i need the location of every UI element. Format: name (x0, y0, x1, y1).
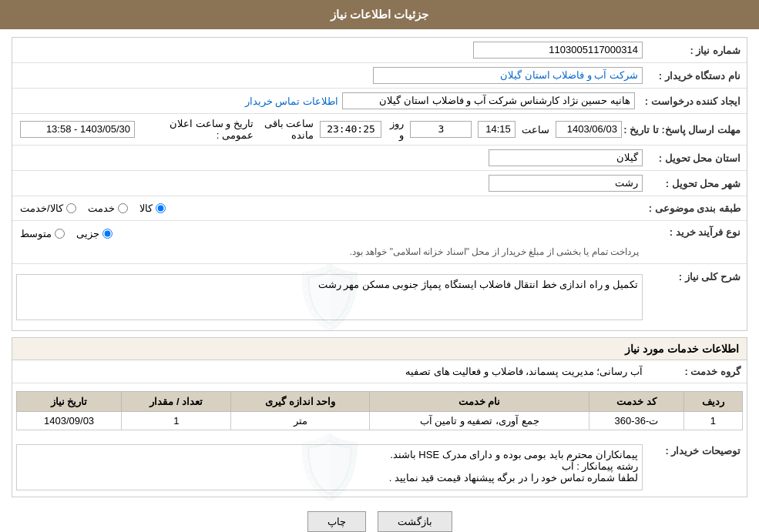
sharh-niaz-area: 🛡️ تکمیل و راه اندازی خط انتقال فاضلاب ا… (16, 274, 643, 320)
service-section: اطلاعات خدمات مورد نیاز گروه خدمت : آب ر… (12, 337, 747, 497)
input-shahr-tahvil: رشت (489, 175, 643, 192)
row-nam-dastgah: نام دستگاه خریدار : شرکت آب و فاضلاب است… (12, 63, 747, 89)
label-gorooh-khadamat: گروه خدمت : (646, 363, 747, 380)
radio-input-kala[interactable] (156, 203, 166, 213)
table-row: 1 ت-36-360 جمع آوری، تصفیه و تامین آب مت… (17, 412, 743, 430)
radio-group-farayand: متوسط جزیی (16, 226, 643, 242)
cell-radif: 1 (683, 412, 742, 430)
form-section: شماره نیاز : 1103005117000314 نام دستگاه… (12, 37, 747, 331)
page-title: جزئیات اطلاعات نیاز (331, 8, 428, 21)
row-farayand: نوع فرآیند خرید : متوسط جزیی پرداخت تمام… (12, 221, 747, 264)
col-name: نام خدمت (369, 392, 589, 412)
radio-jozvi: جزیی (76, 228, 113, 239)
table-header-row: ردیف کد خدمت نام خدمت واحد اندازه گیری ت… (17, 392, 743, 412)
col-date: تاریخ نیاز (17, 392, 122, 412)
input-mohlat-date: 1403/06/03 (556, 121, 622, 138)
label-shomara-niaz: شماره نیاز : (646, 42, 747, 59)
row-gorooh-khadamat: گروه خدمت : آب رسانی؛ مدیریت پسماند، فاض… (12, 360, 747, 383)
service-section-title: اطلاعات خدمات مورد نیاز (12, 338, 747, 360)
tarikhe-elan-label: تاریخ و ساعت اعلان عمومی : (139, 118, 254, 141)
countdown-days: 3 (410, 121, 472, 138)
value-nam-dastgah: شرکت آب و فاضلاب استان گیلان (12, 65, 646, 85)
main-content: شماره نیاز : 1103005117000314 نام دستگاه… (0, 29, 759, 532)
countdown-time: 23:40:25 (320, 121, 381, 138)
value-shomara-niaz: 1103005117000314 (12, 40, 646, 60)
roz-va-label: روز و (388, 118, 404, 141)
radio-khadamat: خدمت (88, 202, 128, 214)
page-container: جزئیات اطلاعات نیاز شماره نیاز : 1103005… (0, 0, 759, 532)
saat-label: ساعت (522, 124, 549, 136)
radio-input-jozvi[interactable] (102, 229, 113, 239)
label-ostan-tahvil: استان محل تحویل : (646, 150, 747, 166)
col-unit: واحد اندازه گیری (231, 392, 369, 412)
tarikhe-elan-group: تاریخ و ساعت اعلان عمومی : 1403/05/30 - … (12, 118, 254, 141)
back-button[interactable]: بازگشت (378, 511, 452, 532)
watermark-icon: 🛡️ (291, 261, 368, 333)
label-farayand: نوع فرآیند خرید : (646, 224, 747, 240)
col-radif: ردیف (683, 392, 742, 412)
value-ijad-konande: هانیه حسین نژاد کارشناس شرکت آب و فاضلاب… (12, 91, 639, 111)
cell-name: جمع آوری، تصفیه و تامین آب (369, 412, 589, 430)
row-tabaqe: طبقه بندی موضوعی : کالا/خدمت خدمت (12, 196, 747, 221)
service-table: ردیف کد خدمت نام خدمت واحد اندازه گیری ت… (16, 391, 743, 430)
cell-tedad: 1 (122, 412, 231, 430)
cell-unit: متر (231, 412, 369, 430)
value-gorooh-khadamat: آب رسانی؛ مدیریت پسماند، فاضلاب و فعالیت… (12, 364, 646, 379)
sharh-niaz-text: تکمیل و راه اندازی خط انتقال فاضلاب ایست… (318, 279, 638, 290)
saat-bagi-label: ساعت باقی مانده (257, 118, 314, 141)
row-ijad-konande: ایجاد کننده درخواست : هانیه حسین نژاد کا… (12, 89, 747, 114)
value-tabaqe: کالا/خدمت خدمت کالا (12, 199, 643, 218)
cell-date: 1403/09/03 (17, 412, 122, 430)
radio-label-kala-khadamat: کالا/خدمت (20, 202, 63, 214)
table-container: ردیف کد خدمت نام خدمت واحد اندازه گیری ت… (12, 383, 747, 438)
radio-input-khadamat[interactable] (118, 203, 128, 213)
radio-kala-khadamat: کالا/خدمت (20, 202, 76, 214)
row-tosifat: توصیحات خریدار : 🛡️ پیمانکاران محترم بای… (12, 438, 747, 497)
radio-label-jozvi: جزیی (76, 228, 99, 239)
label-ijad-konande: ایجاد کننده درخواست : (639, 93, 747, 109)
gorooh-khadamat-text: آب رسانی؛ مدیریت پسماند، فاضلاب و فعالیت… (405, 366, 643, 377)
tosifat-box: 🛡️ پیمانکاران محترم باید بومی بوده و دار… (16, 444, 643, 490)
input-ostan-tahvil: گیلان (489, 149, 643, 166)
label-nam-dastgah: نام دستگاه خریدار : (646, 68, 747, 84)
radio-input-mottaset[interactable] (55, 229, 65, 239)
row-shahr-tahvil: شهر محل تحویل : رشت (12, 171, 747, 196)
input-mohlat-saat: 14:15 (478, 121, 515, 138)
radio-label-khadamat: خدمت (88, 202, 115, 214)
tosifat-line1: پیمانکاران محترم باید بومی بوده و دارای … (21, 449, 638, 460)
radio-label-kala: کالا (139, 202, 153, 214)
notice-farayand: پرداخت تمام یا بخشی از مبلغ خریدار از مح… (16, 244, 643, 259)
col-tedad: تعداد / مقدار (122, 392, 231, 412)
input-nam-dastgah: شرکت آب و فاضلاب استان گیلان (373, 67, 643, 84)
page-header: جزئیات اطلاعات نیاز (0, 0, 759, 29)
button-row: بازگشت چاپ (12, 504, 747, 532)
cell-code: ت-36-360 (589, 412, 683, 430)
label-tosifat: توصیحات خریدار : (646, 440, 747, 459)
value-tosifat: 🛡️ پیمانکاران محترم باید بومی بوده و دار… (12, 440, 646, 494)
radio-input-kala-khadamat[interactable] (66, 203, 76, 213)
radio-mottaset: متوسط (20, 228, 65, 239)
row-sharh-niaz: شرح کلی نیاز : 🛡️ تکمیل و راه اندازی خط … (12, 264, 747, 330)
label-shahr-tahvil: شهر محل تحویل : (646, 176, 747, 192)
col-code: کد خدمت (589, 392, 683, 412)
input-shomara-niaz: 1103005117000314 (473, 42, 643, 59)
value-farayand: متوسط جزیی پرداخت تمام یا بخشی از مبلغ خ… (12, 224, 646, 261)
print-button[interactable]: چاپ (307, 511, 366, 532)
label-mohlat: مهلت ارسال پاسخ: تا تاریخ : (626, 122, 747, 138)
radio-kala: کالا (139, 202, 166, 214)
row-ostan-tahvil: استان محل تحویل : گیلان (12, 146, 747, 171)
input-ijad-konande: هانیه حسین نژاد کارشناس شرکت آب و فاضلاب… (342, 92, 635, 109)
row-mohlat: مهلت ارسال پاسخ: تا تاریخ : 1403/06/03 س… (12, 114, 747, 146)
tosifat-line2: رشته پیمانکار : آب (21, 460, 638, 472)
value-sharh-niaz: 🛡️ تکمیل و راه اندازی خط انتقال فاضلاب ا… (12, 266, 646, 328)
row-shomara-niaz: شماره نیاز : 1103005117000314 (12, 38, 747, 63)
label-sharh-niaz: شرح کلی نیاز : (646, 266, 747, 285)
tosifat-line3: لطفا شماره تماس خود را در برگه پیشنهاد ق… (21, 472, 638, 483)
link-etelaat-tamas[interactable]: اطلاعات تماس خریدار (245, 95, 338, 107)
radio-group-tabaqe: کالا/خدمت خدمت کالا (16, 200, 639, 216)
value-shahr-tahvil: رشت (12, 173, 646, 193)
value-mohlat: 1403/06/03 ساعت 14:15 3 روز و 23:40:25 س… (254, 116, 626, 142)
countdown-group: 1403/06/03 ساعت 14:15 3 روز و 23:40:25 س… (257, 118, 622, 141)
radio-label-mottaset: متوسط (20, 228, 52, 239)
ijad-fields-group: هانیه حسین نژاد کارشناس شرکت آب و فاضلاب… (16, 92, 635, 109)
